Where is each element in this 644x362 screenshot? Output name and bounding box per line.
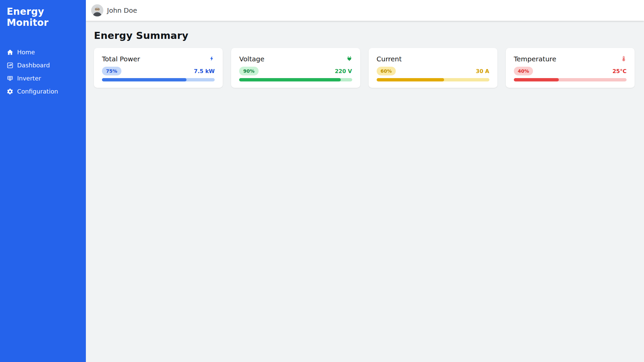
card-title: Current: [377, 55, 402, 63]
content-column: John Doe Energy Summary Total Power 75% …: [86, 0, 644, 362]
card-stats-row: 60% 30 A: [377, 67, 489, 75]
card-header: Voltage: [239, 55, 352, 63]
card-stats-row: 40% 25°C: [514, 67, 627, 75]
card-header: Current: [377, 55, 489, 63]
progress-bar-track: [514, 78, 627, 81]
progress-bar-fill: [102, 78, 186, 81]
user-name: John Doe: [107, 6, 137, 14]
progress-bar-fill: [377, 78, 444, 81]
card-total-power: Total Power 75% 7.5 kW: [94, 48, 223, 88]
percent-badge: 40%: [514, 67, 533, 75]
sidebar-item-inverter[interactable]: Inverter: [0, 72, 86, 85]
user-menu[interactable]: John Doe: [91, 4, 137, 16]
sidebar: Energy Monitor Home Dashboard Inverter C…: [0, 0, 86, 362]
sidebar-item-label: Inverter: [17, 75, 41, 82]
configuration-icon: [7, 88, 13, 95]
card-title: Temperature: [514, 55, 556, 63]
header: John Doe: [86, 0, 644, 21]
app-title: Energy Monitor: [0, 0, 86, 28]
percent-badge: 90%: [239, 67, 259, 75]
sidebar-item-label: Configuration: [17, 88, 58, 95]
dashboard-icon: [7, 62, 13, 69]
card-stats-row: 75% 7.5 kW: [102, 67, 215, 75]
sidebar-item-dashboard[interactable]: Dashboard: [0, 59, 86, 72]
progress-bar-fill: [239, 78, 341, 81]
metric-value: 30 A: [476, 68, 489, 74]
card-header: Total Power: [102, 55, 215, 63]
sidebar-item-label: Dashboard: [17, 62, 50, 69]
metric-value: 25°C: [612, 68, 627, 74]
inverter-icon: [7, 75, 13, 82]
card-title: Voltage: [239, 55, 264, 63]
card-temperature: Temperature 40% 25°C: [506, 48, 635, 88]
summary-cards: Total Power 75% 7.5 kW Voltage 90% 220 V: [94, 48, 635, 88]
metric-value: 7.5 kW: [194, 68, 215, 74]
progress-bar-track: [239, 78, 352, 81]
card-voltage: Voltage 90% 220 V: [231, 48, 360, 88]
card-title: Total Power: [102, 55, 140, 63]
home-icon: [7, 49, 13, 56]
card-stats-row: 90% 220 V: [239, 67, 352, 75]
main-content: Energy Summary Total Power 75% 7.5 kW Vo…: [86, 21, 644, 362]
sidebar-item-label: Home: [17, 49, 35, 56]
bolt-icon: [209, 56, 215, 61]
card-header: Temperature: [514, 55, 627, 63]
sidebar-nav: Home Dashboard Inverter Configuration: [0, 46, 86, 98]
percent-badge: 75%: [102, 67, 121, 75]
plug-icon: [346, 56, 352, 61]
user-avatar-icon: [91, 4, 103, 16]
sidebar-item-configuration[interactable]: Configuration: [0, 85, 86, 98]
thermometer-icon: [621, 56, 627, 61]
progress-bar-fill: [514, 78, 559, 81]
percent-badge: 60%: [377, 67, 396, 75]
card-current: Current 60% 30 A: [369, 48, 497, 88]
app-window: Energy Monitor Home Dashboard Inverter C…: [0, 0, 644, 362]
progress-bar-track: [102, 78, 215, 81]
progress-bar-track: [377, 78, 489, 81]
sidebar-item-home[interactable]: Home: [0, 46, 86, 59]
metric-value: 220 V: [335, 68, 352, 74]
page-title: Energy Summary: [94, 30, 635, 41]
